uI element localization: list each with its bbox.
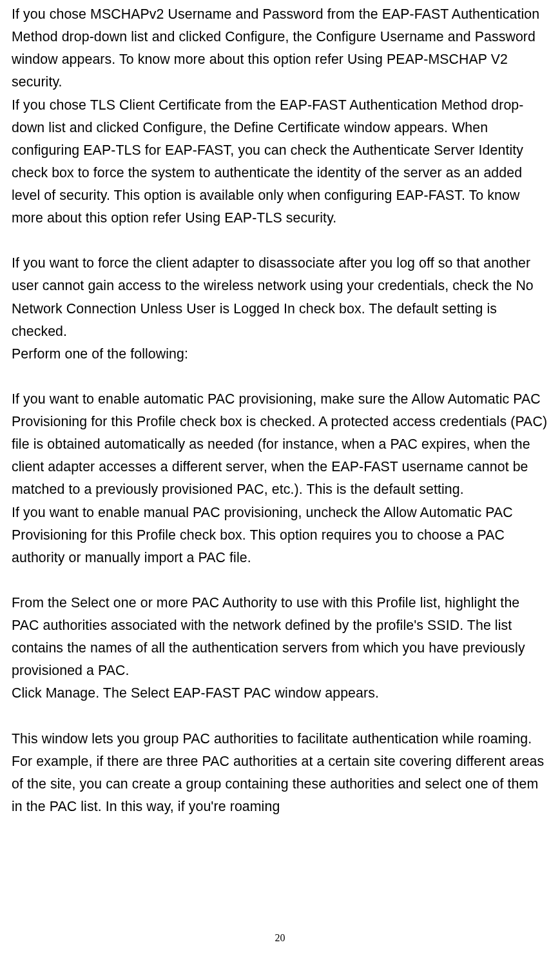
paragraph: Click Manage. The Select EAP-FAST PAC wi…	[12, 682, 550, 705]
paragraph: From the Select one or more PAC Authorit…	[12, 592, 550, 683]
page-number: 20	[0, 932, 560, 944]
paragraph: This window lets you group PAC authoriti…	[12, 728, 550, 819]
paragraph: If you want to enable manual PAC provisi…	[12, 502, 550, 569]
spacer	[12, 366, 550, 388]
paragraph: Perform one of the following:	[12, 343, 550, 366]
spacer	[12, 705, 550, 728]
paragraph: If you chose MSCHAPv2 Username and Passw…	[12, 3, 550, 94]
spacer	[12, 230, 550, 252]
paragraph: If you chose TLS Client Certificate from…	[12, 94, 550, 230]
paragraph: If you want to force the client adapter …	[12, 252, 550, 343]
spacer	[12, 569, 550, 592]
document-page: If you chose MSCHAPv2 Username and Passw…	[0, 0, 560, 818]
paragraph: If you want to enable automatic PAC prov…	[12, 388, 550, 502]
